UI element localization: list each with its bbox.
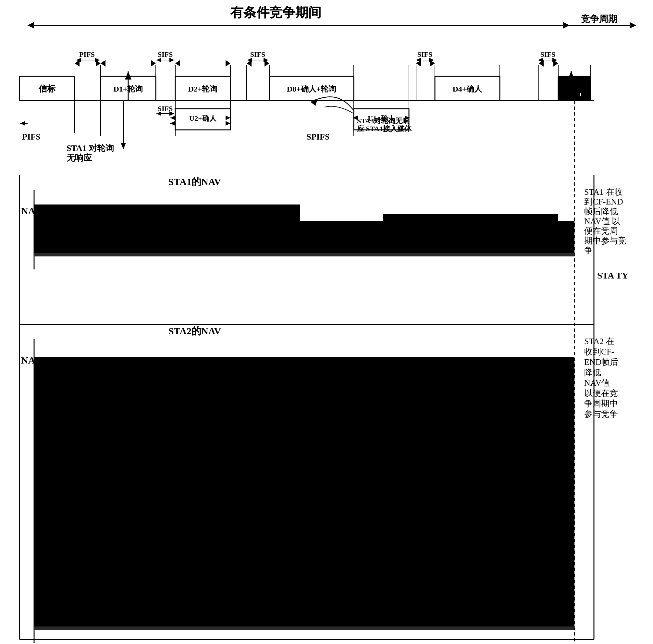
- svg-marker-21: [95, 58, 100, 62]
- svg-rect-79: [34, 253, 575, 257]
- svg-text:STA2 在: STA2 在: [584, 337, 614, 346]
- svg-rect-84: [34, 626, 575, 630]
- svg-text:信标: 信标: [38, 84, 56, 94]
- svg-text:便在竞周: 便在竞周: [584, 226, 618, 236]
- svg-marker-32: [416, 58, 421, 62]
- svg-marker-36: [538, 58, 543, 62]
- svg-marker-71: [311, 99, 317, 106]
- svg-marker-24: [156, 58, 161, 62]
- svg-text:U2+确人: U2+确人: [189, 114, 216, 122]
- svg-text:D1+轮询: D1+轮询: [113, 85, 143, 93]
- svg-text:END: END: [567, 91, 581, 98]
- svg-marker-134: [405, 116, 410, 120]
- main-title: 有条件竞争期间: [230, 5, 321, 20]
- svg-marker-130: [225, 116, 231, 120]
- svg-marker-56: [121, 143, 126, 149]
- svg-marker-28: [247, 58, 252, 62]
- svg-marker-2: [563, 22, 570, 28]
- svg-marker-126: [96, 60, 101, 67]
- svg-marker-123: [539, 60, 543, 67]
- svg-text:降低: 降低: [584, 368, 601, 377]
- svg-text:STA1的NAV: STA1的NAV: [168, 176, 221, 187]
- svg-rect-41: [354, 109, 409, 130]
- svg-marker-20: [76, 58, 81, 62]
- svg-marker-33: [429, 58, 434, 62]
- svg-text:U1+确人: U1+确人: [368, 114, 395, 122]
- svg-marker-132: [353, 116, 358, 120]
- svg-text:以便在竞: 以便在竞: [584, 388, 618, 398]
- svg-text:STA TY: STA TY: [597, 270, 628, 281]
- svg-text:D4+确人: D4+确人: [453, 85, 482, 93]
- svg-text:NAV值 以: NAV值 以: [584, 216, 620, 226]
- svg-text:NAV: NAV: [21, 206, 41, 216]
- svg-text:D8+确人+轮询: D8+确人+轮询: [287, 85, 337, 93]
- svg-rect-16: [558, 76, 591, 101]
- svg-text:STA2的NAV: STA2的NAV: [168, 326, 221, 336]
- svg-text:期中参与竞: 期中参与竞: [584, 236, 626, 245]
- svg-text:STA1 在收: STA1 在收: [584, 187, 623, 197]
- svg-marker-68: [567, 71, 575, 80]
- svg-text:收到CF-: 收到CF-: [584, 347, 614, 356]
- svg-rect-6: [20, 76, 75, 101]
- svg-text:SIFS: SIFS: [158, 50, 173, 58]
- svg-marker-115: [101, 60, 105, 67]
- svg-text:帧后降低: 帧后降低: [584, 207, 618, 216]
- svg-text:PIFS: PIFS: [79, 50, 95, 58]
- svg-rect-39: [175, 109, 231, 130]
- svg-rect-76: [300, 221, 521, 257]
- svg-text:STA3对轮询无响: STA3对轮询无响: [357, 117, 410, 125]
- svg-text:到CF-END: 到CF-END: [584, 197, 623, 207]
- svg-text:争: 争: [584, 246, 592, 255]
- svg-rect-14: [435, 76, 500, 101]
- svg-rect-75: [34, 205, 300, 257]
- svg-text:STA1 对轮询: STA1 对轮询: [67, 143, 114, 153]
- svg-text:NAV值: NAV值: [584, 378, 610, 387]
- svg-marker-25: [169, 58, 174, 62]
- diagram-container: 有条件竞争期间 竞争周期 信标 D1+轮询 D2+轮询 D8+确人+: [0, 0, 653, 644]
- svg-marker-118: [225, 60, 231, 67]
- svg-marker-1: [28, 22, 34, 28]
- svg-marker-128: [170, 116, 175, 120]
- svg-marker-64: [225, 121, 231, 126]
- svg-marker-120: [265, 60, 269, 67]
- svg-marker-52: [125, 71, 131, 79]
- svg-text:SIFS: SIFS: [540, 50, 555, 58]
- svg-rect-10: [175, 76, 231, 101]
- svg-rect-77: [383, 214, 558, 257]
- svg-marker-4: [630, 22, 636, 28]
- svg-text:END帧后: END帧后: [584, 357, 618, 367]
- svg-text:NAV: NAV: [21, 355, 41, 365]
- svg-text:CF-: CF-: [569, 84, 580, 91]
- svg-marker-62: [170, 121, 175, 126]
- svg-text:SIFS: SIFS: [250, 50, 265, 58]
- svg-marker-121: [416, 60, 421, 67]
- svg-marker-37: [552, 58, 557, 62]
- diagram-svg: 有条件竞争期间 竞争周期 信标 D1+轮询 D2+轮询 D8+确人+: [0, 0, 653, 644]
- svg-text:PIFS: PIFS: [22, 132, 40, 142]
- svg-marker-117: [175, 60, 180, 67]
- svg-text:应 STA1接入媒体: 应 STA1接入媒体: [357, 125, 412, 133]
- svg-marker-119: [247, 60, 251, 67]
- svg-text:D2+轮询: D2+轮询: [188, 85, 217, 93]
- svg-rect-83: [34, 357, 575, 630]
- svg-marker-124: [553, 60, 558, 67]
- competition-period-label: 竞争周期: [581, 14, 617, 24]
- svg-text:SIFS: SIFS: [158, 104, 173, 113]
- svg-text:参与竞争: 参与竞争: [584, 409, 618, 419]
- svg-rect-8: [101, 76, 156, 101]
- svg-marker-125: [75, 60, 79, 67]
- svg-text:争周期中: 争周期中: [584, 399, 618, 408]
- svg-marker-45: [169, 111, 174, 116]
- svg-rect-78: [545, 221, 575, 257]
- svg-marker-44: [156, 111, 161, 116]
- svg-text:SIFS: SIFS: [417, 50, 432, 58]
- svg-text:无响应: 无响应: [66, 153, 92, 163]
- svg-marker-116: [151, 60, 156, 67]
- svg-marker-58: [20, 121, 25, 126]
- svg-marker-122: [430, 60, 435, 67]
- svg-rect-12: [269, 76, 354, 101]
- svg-text:SPIFS: SPIFS: [307, 132, 330, 142]
- svg-marker-29: [264, 58, 268, 62]
- svg-rect-135: [568, 79, 580, 101]
